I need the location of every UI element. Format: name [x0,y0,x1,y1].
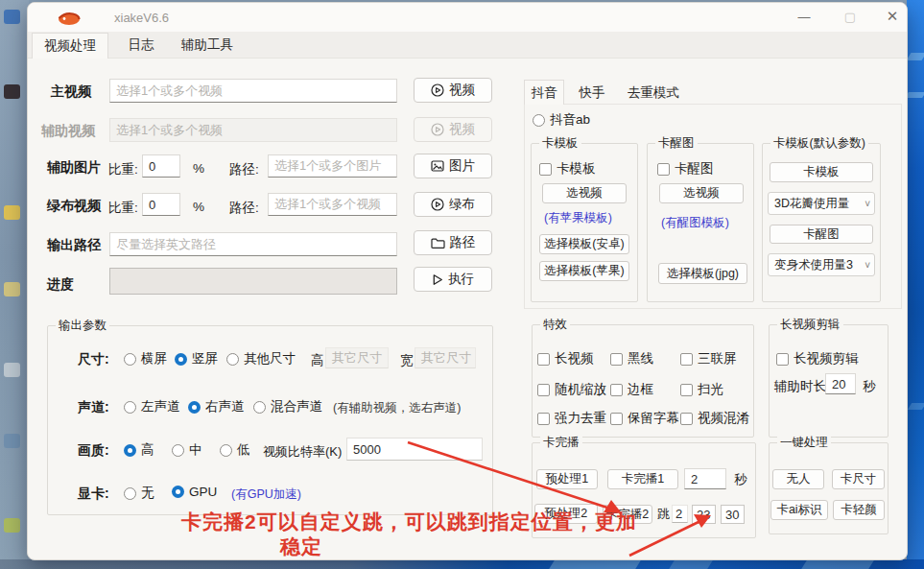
transform-usage-select[interactable]: 变身术使用量3˅ [768,253,875,276]
tab-aux-tools[interactable]: 辅助工具 [172,33,243,58]
aux-image-placeholder: 选择1个或多个图片 [274,157,381,175]
checkbox-icon [537,353,550,366]
pick-video-button[interactable]: 选视频 [542,183,627,203]
checkbox-icon [537,413,550,425]
execute-button[interactable]: 执行 [414,267,492,292]
radio-quality-low[interactable]: 低 [220,441,250,459]
tab-video-processing[interactable]: 视频处理 [32,33,108,59]
maximize-button[interactable]: ▢ [836,6,865,27]
pick-template-apple-button[interactable]: 选择模板(苹果) [539,261,629,281]
long-clip-checkbox[interactable]: 长视频剪辑 [776,350,859,367]
desktop-icon[interactable] [4,363,20,377]
aux-duration-input[interactable]: 20 [825,373,856,394]
radio-quality-high[interactable]: 高 [124,441,154,459]
radio-icon [253,401,266,414]
radio-right-channel[interactable]: 右声道 [188,398,245,415]
radio-other-size[interactable]: 其他尺寸 [226,350,296,367]
desktop-icon[interactable] [4,205,20,220]
tab-dedup-mode[interactable]: 去重模式 [621,82,686,104]
jump-input-1[interactable]: 2 [672,505,688,523]
aux-image-button[interactable]: 图片 [414,154,492,178]
app-logo-icon [57,10,82,26]
output-path-placeholder: 尽量选择英文路径 [116,236,216,253]
radio-mixed-channel[interactable]: 混合声道 [253,398,322,415]
tab-douyin[interactable]: 抖音 [524,80,564,105]
wallpaper-streak [907,53,924,60]
jump-input-2[interactable]: 23 [692,505,716,524]
pick-template-android-button[interactable]: 选择模板(安卓) [539,234,629,254]
card-xingtu-checkbox[interactable]: 卡醒图 [657,160,714,178]
aux-image-path-input[interactable]: 选择1个或多个图片 [268,154,397,178]
card-template-checkbox[interactable]: 卡模板 [539,160,596,178]
wallpaper-streak [908,403,924,410]
tab-log[interactable]: 日志 [116,33,166,58]
card-size-button[interactable]: 卡尺寸 [832,469,885,489]
bitrate-input[interactable]: 5000 [346,438,483,461]
jump-input-3[interactable]: 30 [721,505,745,524]
card-finish1-button[interactable]: 卡完播1 [607,469,678,489]
checkbox-icon [539,163,552,176]
desktop-icon[interactable] [4,434,20,448]
radio-left-channel[interactable]: 左声道 [124,398,180,415]
pick-template-jpg-button[interactable]: 选择模板(jpg) [658,263,747,284]
desktop-icon[interactable] [4,518,20,533]
checkbox-icon [680,413,693,425]
card-xingtu-legend: 卡醒图 [655,135,698,152]
card-ai-mark-button[interactable]: 卡ai标识 [770,500,828,520]
desktop-icon[interactable] [4,84,20,99]
radio-icon [533,114,545,127]
radio-landscape[interactable]: 横屏 [124,350,167,367]
no-person-button[interactable]: 无人 [772,469,824,489]
preprocess1-button[interactable]: 预处理1 [536,469,598,489]
main-video-input[interactable]: 选择1个或多个视频 [109,79,397,103]
aux-duration-label: 辅助时长 [774,378,826,395]
aux-image-label: 辅助图片 [47,159,101,177]
effect-long-video[interactable]: 长视频 [537,350,594,367]
card-xingtu-button[interactable]: 卡醒图 [770,225,873,244]
effect-black-line[interactable]: 黑线 [610,350,653,367]
card-qingyan-button[interactable]: 卡轻颜 [833,500,885,520]
pick-video-button[interactable]: 选视频 [659,183,744,203]
output-path-input[interactable]: 尽量选择英文路径 [109,232,397,256]
radio-quality-mid[interactable]: 中 [172,441,202,459]
checkbox-icon [680,384,693,396]
apple-template-hint-link[interactable]: (有苹果模板) [544,210,612,226]
effect-strong-dedup[interactable]: 强力去重 [537,410,606,427]
main-video-button[interactable]: 视频 [414,78,492,103]
radio-portrait[interactable]: 竖屏 [175,350,218,367]
aux-image-weight-input[interactable]: 0 [142,154,180,178]
gpu-hint-link[interactable]: (有GPU加速) [231,486,301,503]
green-video-weight-label: 比重: [108,200,138,217]
green-video-path-input[interactable]: 选择1个或多个视频 [268,193,397,216]
close-button[interactable]: ✕ [878,6,907,27]
radio-douyin-ab[interactable]: 抖音ab [533,111,590,129]
minimize-button[interactable]: — [790,6,818,27]
finish1-seconds-input[interactable]: 2 [684,468,726,489]
radio-gpu-none[interactable]: 无 [124,485,154,502]
effect-sweep-light[interactable]: 扫光 [680,381,723,398]
desktop-icon[interactable] [4,10,20,24]
output-path-button[interactable]: 路径 [414,230,492,255]
width-input[interactable]: 其它尺寸 [415,347,476,368]
checkbox-icon [610,384,623,396]
effect-keep-subtitle[interactable]: 保留字幕 [610,410,679,427]
green-video-button[interactable]: 绿布 [414,192,492,217]
desktop-icon[interactable] [4,282,20,296]
radio-gpu[interactable]: GPU [172,485,217,499]
effect-random-zoom[interactable]: 随机缩放 [537,381,606,398]
gpu-label: 显卡: [78,486,109,503]
checkbox-icon [657,163,670,176]
card-template-button[interactable]: 卡模板 [770,162,873,182]
effect-video-obfuscate[interactable]: 视频混淆 [680,410,749,427]
tab-kuaishou[interactable]: 快手 [571,82,613,104]
aux-duration-unit: 秒 [863,378,876,395]
xingtu-template-hint-link[interactable]: (有醒图模板) [661,215,729,231]
desktop-left-strip [0,0,29,569]
height-input[interactable]: 其它尺寸 [325,347,389,368]
petal-usage-select[interactable]: 3D花瓣使用量˅ [768,192,875,215]
wallpaper-streak [905,92,924,98]
effect-border[interactable]: 边框 [610,381,653,398]
green-video-weight-input[interactable]: 0 [142,193,180,216]
title-bar: xiakeV6.6 — ▢ ✕ [28,3,907,32]
effect-triple-screen[interactable]: 三联屏 [680,350,737,367]
